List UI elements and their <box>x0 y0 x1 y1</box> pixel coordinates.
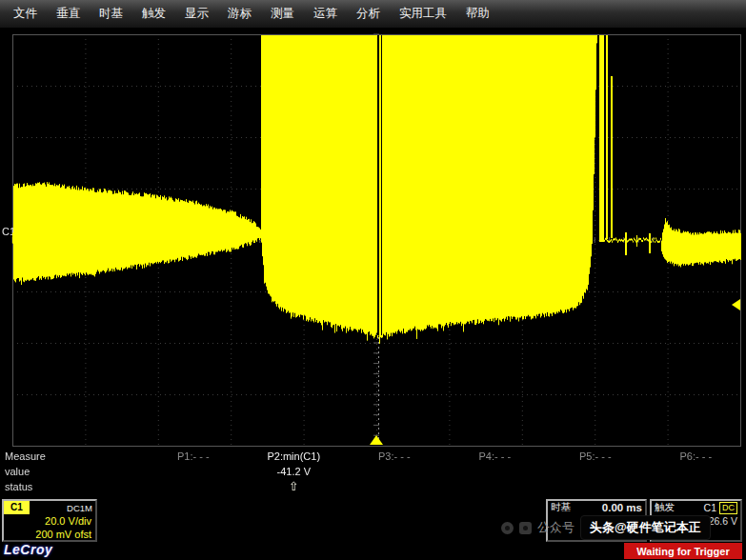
measure-param-name[interactable]: P4:- - - <box>445 450 546 462</box>
channel-box-header: C1 DC1M <box>4 501 95 514</box>
measure-param-name[interactable]: P6:- - - <box>646 450 746 462</box>
trigger-status-banner: Waiting for Trigger <box>624 543 742 559</box>
measure-param-name[interactable]: P2:min(C1) <box>244 450 345 462</box>
measure-status-label: status <box>0 481 143 492</box>
trigger-level-marker-icon[interactable] <box>732 299 740 310</box>
measure-param-name[interactable]: P1:- - - <box>143 450 244 462</box>
trigger-label: 触发 <box>655 501 675 514</box>
menu-item[interactable]: 触发 <box>132 1 175 27</box>
oscilloscope-app: 文件垂直时基触发显示游标测量运算分析实用工具帮助 C1 MeasureP1:- … <box>0 0 746 560</box>
channel-vdiv: 20.0 V/div <box>4 514 95 528</box>
trigger-level: 26.6 V <box>709 515 737 527</box>
channel-offset-marker-icon[interactable] <box>12 232 21 244</box>
timebase-label: 时基 <box>551 501 571 514</box>
trigger-time-marker-icon[interactable] <box>370 435 383 445</box>
channel-tab: C1 <box>4 501 30 514</box>
menu-item[interactable]: 垂直 <box>47 1 90 27</box>
trigger-coupling-badge: DC <box>719 502 737 514</box>
camera-icon <box>501 522 514 534</box>
trigger-source: C1 <box>704 502 716 513</box>
menu-item[interactable]: 帮助 <box>456 1 499 27</box>
menu-item[interactable]: 实用工具 <box>390 1 456 27</box>
lecroy-logo: LeCroy <box>4 542 52 557</box>
measure-panel: MeasureP1:- - -P2:min(C1)P3:- - -P4:- - … <box>0 449 746 494</box>
channel-coupling: DC1M <box>67 503 95 513</box>
menu-item[interactable]: 文件 <box>4 1 47 27</box>
measure-param-name[interactable]: P3:- - - <box>344 450 445 462</box>
waveform-grid <box>0 0 746 450</box>
channel-offset: 200 mV ofst <box>4 528 95 541</box>
gallery-icon <box>519 522 532 534</box>
watermark-badge: 头条@硬件笔记本正 <box>580 515 711 540</box>
measure-param-status: ⇧ <box>244 481 345 492</box>
menu-item[interactable]: 运算 <box>304 1 347 27</box>
channel-descriptor-box[interactable]: C1 DC1M 20.0 V/div 200 mV ofst <box>2 499 97 542</box>
menu-item[interactable]: 游标 <box>218 1 261 27</box>
measure-row-label: Measure <box>0 450 143 462</box>
watermark: 公众号 头条@硬件笔记本正 <box>501 515 711 540</box>
menu-item[interactable]: 分析 <box>347 1 390 27</box>
measure-param-value: -41.2 V <box>244 466 345 477</box>
measure-value-label: value <box>0 466 143 477</box>
watermark-label: 公众号 <box>537 519 575 536</box>
menu-item[interactable]: 显示 <box>175 1 218 27</box>
menu-item[interactable]: 测量 <box>261 1 304 27</box>
menu-bar: 文件垂直时基触发显示游标测量运算分析实用工具帮助 <box>0 0 746 29</box>
timebase-position: 0.00 ms <box>602 502 642 513</box>
measure-param-name[interactable]: P5:- - - <box>545 450 646 462</box>
menu-item[interactable]: 时基 <box>90 1 132 27</box>
